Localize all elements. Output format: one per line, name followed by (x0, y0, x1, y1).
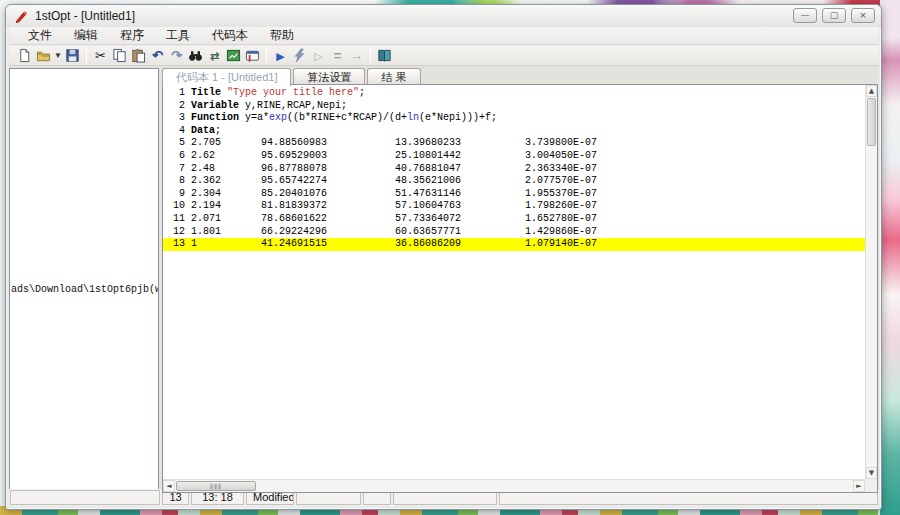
scroll-down-arrow[interactable]: ▼ (866, 467, 877, 479)
open-folder-icon[interactable] (34, 47, 53, 65)
data-value: 25.10801442 (395, 150, 525, 163)
toolbar-separator (266, 48, 267, 63)
editor-line-10[interactable]: 102.19481.8183937257.106047631.798260E-0… (163, 200, 865, 213)
help-book-icon[interactable] (375, 47, 394, 65)
editor-current-line[interactable]: 13141.2469151536.860862091.079140E-07 (163, 238, 865, 251)
code-editor[interactable]: 1Title "Type your title here";2Variable … (163, 85, 865, 479)
editor-line-7[interactable]: 72.4896.8778807840.768810472.363340E-07 (163, 163, 865, 176)
redo-icon[interactable]: ↷ (167, 47, 186, 65)
app-logo-icon (14, 9, 29, 24)
code-segment: "Type your title here" (227, 87, 359, 98)
save-icon[interactable] (63, 47, 82, 65)
desktop-background: 1stOpt - [Untitled1] — ▢ × 文件编辑程序工具代码本帮助… (0, 0, 900, 515)
data-value: 2.48 (191, 163, 261, 176)
editor-line-9[interactable]: 92.30485.2040107651.476311461.955370E-07 (163, 188, 865, 201)
menu-item-6[interactable]: 帮助 (259, 26, 305, 45)
code-segment: ((b*RINE+c*RCAP)/(d+ (287, 112, 407, 123)
data-value: 36.86086209 (395, 238, 525, 251)
data-value: 41.24691515 (261, 238, 395, 251)
editor-line-1[interactable]: 1Title "Type your title here"; (163, 87, 865, 100)
code-segment: Variable (191, 100, 245, 111)
menu-item-1[interactable]: 文件 (17, 26, 63, 45)
editor-line-8[interactable]: 82.36295.6574227448.356210062.077570E-07 (163, 175, 865, 188)
data-value: 1.801 (191, 226, 261, 239)
undo-icon[interactable]: ↶ (148, 47, 167, 65)
data-value: 95.69529003 (261, 150, 395, 163)
menu-item-2[interactable]: 编辑 (63, 26, 109, 45)
code-segment: y=a* (245, 112, 269, 123)
code-segment: ; (215, 125, 221, 136)
data-value: 57.73364072 (395, 213, 525, 226)
horizontal-scroll-thumb[interactable]: ⦀⦀⦀ (176, 481, 256, 491)
data-value: 40.76881047 (395, 163, 525, 176)
scroll-right-arrow[interactable]: ► (853, 480, 865, 492)
editor-line-5[interactable]: 52.70594.8856098313.396802333.739800E-07 (163, 137, 865, 150)
scroll-up-arrow[interactable]: ▲ (866, 85, 877, 97)
paste-icon[interactable] (129, 47, 148, 65)
line-number: 5 (173, 137, 185, 150)
menu-item-3[interactable]: 程序 (109, 26, 155, 45)
editor-line-11[interactable]: 112.07178.6860162257.733640721.652780E-0… (163, 213, 865, 226)
vertical-scrollbar[interactable]: ▲ ▼ (865, 85, 877, 479)
data-value: 81.81839372 (261, 200, 395, 213)
vertical-scroll-thumb[interactable] (867, 98, 876, 146)
tab-3[interactable]: 结 果 (367, 68, 420, 85)
code-segment: y,RINE,RCAP,Nepi; (245, 100, 347, 111)
close-button[interactable]: × (851, 8, 875, 23)
line-number: 1 (173, 87, 185, 100)
editor-line-2[interactable]: 2Variable y,RINE,RCAP,Nepi; (163, 100, 865, 113)
data-value: 3.004050E-07 (525, 150, 597, 161)
tab-2[interactable]: 算法设置 (293, 68, 365, 85)
new-document-icon[interactable] (15, 47, 34, 65)
sidebar-panel[interactable]: ads\Download\1stOpt6pjb(www.gr (9, 68, 159, 492)
data-value: 51.47631146 (395, 188, 525, 201)
equals-icon[interactable]: = (328, 47, 347, 65)
data-value: 2.705 (191, 137, 261, 150)
replace-icon[interactable]: ⇄ (205, 47, 224, 65)
menu-item-5[interactable]: 代码本 (201, 26, 259, 45)
client-area: ads\Download\1stOpt6pjb(www.gr 代码本 1 - [… (9, 66, 879, 493)
data-value: 85.20401076 (261, 188, 395, 201)
editor-container: 1Title "Type your title here";2Variable … (162, 84, 878, 493)
maximize-button[interactable]: ▢ (822, 8, 846, 23)
menu-item-4[interactable]: 工具 (155, 26, 201, 45)
run-icon[interactable]: ▶ (271, 47, 290, 65)
code-segment: exp (269, 112, 287, 123)
copy-icon[interactable] (110, 47, 129, 65)
toolbar-separator (370, 48, 371, 63)
minimize-button[interactable]: — (793, 8, 817, 23)
wallpaper-right-band (880, 0, 900, 515)
data-value: 3.739800E-07 (525, 137, 597, 148)
scroll-left-arrow[interactable]: ◄ (163, 480, 175, 492)
export-icon[interactable]: → (347, 47, 366, 65)
line-number: 13 (173, 238, 185, 251)
code-segment: Function (191, 112, 245, 123)
data-value: 2.077570E-07 (525, 175, 597, 186)
data-value: 94.88560983 (261, 137, 395, 150)
editor-line-3[interactable]: 3Function y=a*exp((b*RINE+c*RCAP)/(d+ln(… (163, 112, 865, 125)
find-icon[interactable] (186, 47, 205, 65)
code-segment: ln (407, 112, 419, 123)
data-value: 2.62 (191, 150, 261, 163)
editor-line-6[interactable]: 62.6295.6952900325.108014423.004050E-07 (163, 150, 865, 163)
step-run-icon[interactable]: ▷ (309, 47, 328, 65)
data-value: 1.798260E-07 (525, 200, 597, 211)
line-number: 11 (173, 213, 185, 226)
line-number: 7 (173, 163, 185, 176)
title-bar[interactable]: 1stOpt - [Untitled1] — ▢ × (6, 5, 881, 27)
editor-line-4[interactable]: 4Data; (163, 125, 865, 138)
code-segment: ; (359, 87, 365, 98)
sidebar-path-item[interactable]: ads\Download\1stOpt6pjb(www.gr (11, 284, 159, 295)
tab-1[interactable]: 代码本 1 - [Untitled1] (162, 68, 291, 86)
output-panel-icon[interactable] (243, 47, 262, 65)
open-dropdown-icon[interactable]: ▼ (53, 47, 63, 65)
line-number: 4 (173, 125, 185, 138)
data-value: 2.304 (191, 188, 261, 201)
data-value: 57.10604763 (395, 200, 525, 213)
chart-icon[interactable] (224, 47, 243, 65)
cut-icon[interactable]: ✂ (91, 47, 110, 65)
editor-line-12[interactable]: 121.80166.2922429660.636577711.429860E-0… (163, 226, 865, 239)
horizontal-scrollbar[interactable]: ◄ ⦀⦀⦀ ► (163, 479, 865, 492)
quick-run-icon[interactable] (290, 47, 309, 65)
scrollbar-corner (865, 479, 877, 492)
